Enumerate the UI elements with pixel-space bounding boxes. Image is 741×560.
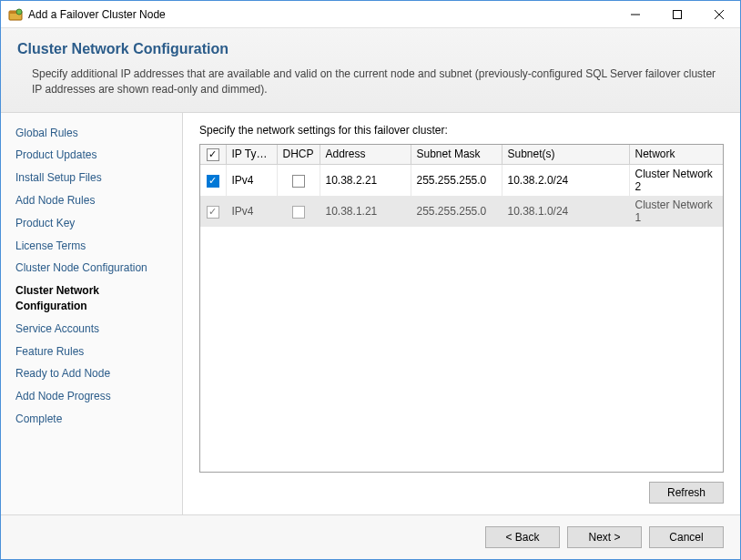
cell-address: 10.38.1.21 <box>320 196 411 227</box>
cell-network: Cluster Network 1 <box>629 196 723 227</box>
sidebar-item[interactable]: Add Node Progress <box>1 385 182 408</box>
minimize-button[interactable] <box>614 1 656 27</box>
table-row: IPv410.38.1.21255.255.255.010.38.1.0/24C… <box>200 196 723 227</box>
column-header-select[interactable] <box>200 145 226 165</box>
window-title: Add a Failover Cluster Node <box>28 8 614 21</box>
cell-subnetmask: 255.255.255.0 <box>411 165 502 197</box>
instruction-text: Specify the network settings for this fa… <box>199 124 724 137</box>
column-header-address[interactable]: Address <box>320 145 411 165</box>
cell-subnets: 10.38.1.0/24 <box>502 196 629 227</box>
header: Cluster Network Configuration Specify ad… <box>1 28 740 113</box>
main-panel: Specify the network settings for this fa… <box>183 113 740 514</box>
table-row[interactable]: IPv410.38.2.21255.255.255.010.38.2.0/24C… <box>200 165 723 197</box>
sidebar-item[interactable]: Cluster Node Configuration <box>1 257 182 280</box>
network-grid: IP Ty… DHCP Address Subnet Mask Subnet(s… <box>199 144 724 473</box>
column-header-iptype[interactable]: IP Ty… <box>226 145 277 165</box>
sidebar: Global RulesProduct UpdatesInstall Setup… <box>1 113 183 514</box>
cancel-button[interactable]: Cancel <box>649 526 724 548</box>
next-button[interactable]: Next > <box>567 526 642 548</box>
cell-subnetmask: 255.255.255.0 <box>411 196 502 227</box>
sidebar-item[interactable]: Product Updates <box>1 144 182 167</box>
cell-iptype: IPv4 <box>226 196 277 227</box>
cell-network: Cluster Network 2 <box>629 165 723 197</box>
cell-iptype: IPv4 <box>226 165 277 197</box>
sidebar-item[interactable]: Cluster Network Configuration <box>1 280 182 318</box>
svg-rect-4 <box>674 10 682 18</box>
row-select-checkbox[interactable] <box>207 175 219 188</box>
sidebar-item[interactable]: Ready to Add Node <box>1 362 182 385</box>
window-controls <box>614 1 740 27</box>
row-select-checkbox <box>207 206 219 219</box>
titlebar: Add a Failover Cluster Node <box>1 1 740 28</box>
sidebar-item[interactable]: Global Rules <box>1 122 182 145</box>
refresh-button[interactable]: Refresh <box>649 482 724 504</box>
svg-point-2 <box>16 9 22 15</box>
column-header-subnets[interactable]: Subnet(s) <box>502 145 629 165</box>
footer: < Back Next > Cancel <box>1 514 740 559</box>
page-title: Cluster Network Configuration <box>17 41 724 57</box>
app-icon <box>8 7 23 22</box>
dhcp-checkbox <box>292 206 305 219</box>
column-header-dhcp[interactable]: DHCP <box>277 145 320 165</box>
column-header-subnetmask[interactable]: Subnet Mask <box>411 145 502 165</box>
dhcp-checkbox[interactable] <box>292 175 305 188</box>
page-description: Specify additional IP addresses that are… <box>32 66 724 97</box>
sidebar-item[interactable]: Complete <box>1 408 182 431</box>
sidebar-item[interactable]: Service Accounts <box>1 318 182 341</box>
sidebar-item[interactable]: Add Node Rules <box>1 189 182 212</box>
window: Add a Failover Cluster Node Cluster Netw… <box>0 0 741 560</box>
maximize-button[interactable] <box>656 1 698 27</box>
back-button[interactable]: < Back <box>485 526 560 548</box>
cell-subnets: 10.38.2.0/24 <box>502 165 629 197</box>
select-all-checkbox[interactable] <box>207 148 219 161</box>
cell-address: 10.38.2.21 <box>320 165 411 197</box>
sidebar-item[interactable]: Feature Rules <box>1 341 182 363</box>
sidebar-item[interactable]: License Terms <box>1 235 182 258</box>
column-header-network[interactable]: Network <box>629 145 723 165</box>
sidebar-item[interactable]: Product Key <box>1 212 182 235</box>
sidebar-item[interactable]: Install Setup Files <box>1 167 182 189</box>
body: Global RulesProduct UpdatesInstall Setup… <box>1 113 740 514</box>
close-button[interactable] <box>698 1 740 27</box>
